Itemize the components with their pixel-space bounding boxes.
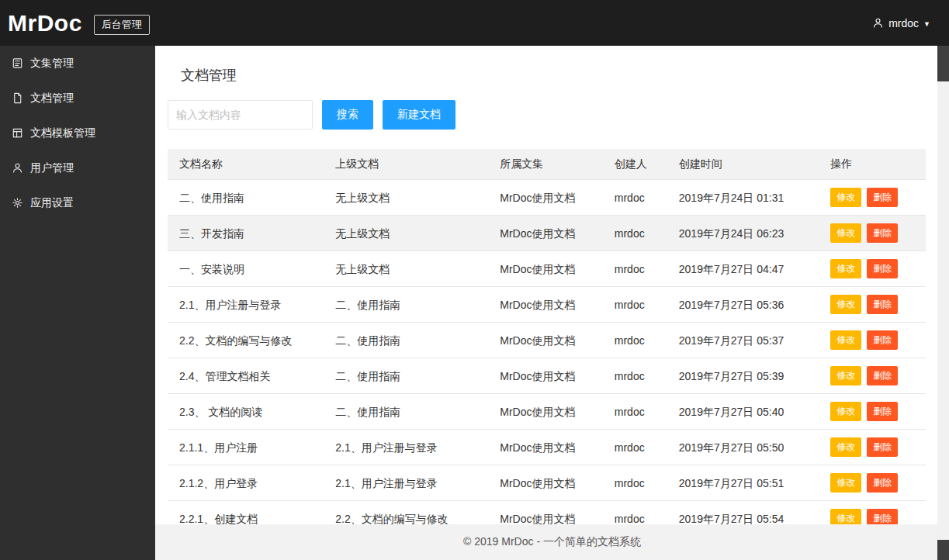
chevron-down-icon: ▼ bbox=[923, 20, 930, 28]
footer-text: © 2019 MrDoc - 一个简单的文档系统 bbox=[463, 535, 641, 549]
sidebar-item-label: 文档管理 bbox=[30, 92, 74, 105]
sidebar-item-users[interactable]: 用户管理 bbox=[0, 150, 155, 185]
cell-actions: 修改删除 bbox=[819, 394, 926, 430]
delete-button[interactable]: 删除 bbox=[867, 223, 898, 243]
edit-button[interactable]: 修改 bbox=[830, 509, 861, 524]
username: mrdoc bbox=[888, 17, 919, 29]
cell-creator: mrdoc bbox=[603, 251, 667, 287]
delete-button[interactable]: 删除 bbox=[867, 330, 898, 350]
edit-button[interactable]: 修改 bbox=[830, 473, 861, 493]
delete-button[interactable]: 删除 bbox=[867, 473, 898, 493]
edit-button[interactable]: 修改 bbox=[830, 223, 861, 243]
table-row: 2.1、用户注册与登录二、使用指南MrDoc使用文档mrdoc2019年7月27… bbox=[168, 287, 926, 323]
cell-creator: mrdoc bbox=[603, 358, 667, 394]
cell-created: 2019年7月27日 05:37 bbox=[667, 323, 819, 358]
cell-parent: 2.1、用户注册与登录 bbox=[324, 430, 488, 465]
delete-button[interactable]: 删除 bbox=[867, 366, 898, 385]
edit-button[interactable]: 修改 bbox=[830, 402, 861, 421]
cell-parent: 2.1、用户注册与登录 bbox=[324, 465, 488, 501]
cell-collection: MrDoc使用文档 bbox=[488, 180, 603, 216]
cell-name: 2.1.1、用户注册 bbox=[168, 430, 324, 465]
search-input[interactable] bbox=[168, 100, 313, 130]
cell-creator: mrdoc bbox=[603, 394, 667, 430]
cell-name: 一、安装说明 bbox=[168, 251, 324, 287]
page-title: 文档管理 bbox=[181, 66, 926, 85]
user-icon bbox=[12, 162, 23, 174]
sidebar-item-documents[interactable]: 文档管理 bbox=[0, 81, 155, 116]
sidebar-item-label: 用户管理 bbox=[30, 161, 74, 175]
cell-actions: 修改删除 bbox=[819, 430, 926, 465]
toolbar: 搜索 新建文档 bbox=[168, 100, 926, 130]
cell-created: 2019年7月27日 05:51 bbox=[667, 465, 819, 501]
delete-button[interactable]: 删除 bbox=[867, 295, 898, 314]
cell-creator: mrdoc bbox=[603, 465, 667, 501]
column-header: 所属文集 bbox=[488, 149, 603, 180]
edit-button[interactable]: 修改 bbox=[830, 295, 861, 314]
cell-created: 2019年7月27日 05:39 bbox=[667, 358, 819, 394]
table-row: 一、安装说明无上级文档MrDoc使用文档mrdoc2019年7月27日 04:4… bbox=[168, 251, 926, 287]
page-footer: © 2019 MrDoc - 一个简单的文档系统 bbox=[155, 524, 949, 560]
edit-button[interactable]: 修改 bbox=[830, 259, 861, 278]
table-row: 2.4、管理文档相关二、使用指南MrDoc使用文档mrdoc2019年7月27日… bbox=[168, 358, 926, 394]
edit-button[interactable]: 修改 bbox=[830, 366, 861, 385]
cell-actions: 修改删除 bbox=[819, 465, 926, 501]
cell-name: 2.2、文档的编写与修改 bbox=[168, 323, 324, 358]
sidebar-item-label: 文档模板管理 bbox=[30, 126, 95, 140]
cell-collection: MrDoc使用文档 bbox=[488, 323, 603, 358]
search-button[interactable]: 搜索 bbox=[322, 100, 373, 130]
cell-creator: mrdoc bbox=[603, 180, 667, 216]
cell-actions: 修改删除 bbox=[819, 216, 926, 251]
sidebar-item-app-settings[interactable]: 应用设置 bbox=[0, 185, 155, 220]
sidebar-item-doc-templates[interactable]: 文档模板管理 bbox=[0, 116, 155, 150]
cell-creator: mrdoc bbox=[603, 216, 667, 251]
cell-parent: 二、使用指南 bbox=[324, 358, 488, 394]
column-header: 上级文档 bbox=[324, 149, 488, 180]
column-header: 操作 bbox=[819, 149, 926, 180]
scrollbar[interactable] bbox=[937, 46, 949, 560]
edit-button[interactable]: 修改 bbox=[830, 330, 861, 350]
edit-button[interactable]: 修改 bbox=[830, 188, 861, 207]
app-root: MrDoc 后台管理 mrdoc ▼ 文集管理文档管理文档模板管理用户管理应用设… bbox=[0, 0, 949, 560]
user-menu[interactable]: mrdoc ▼ bbox=[872, 17, 930, 29]
cell-parent: 二、使用指南 bbox=[324, 287, 488, 323]
sidebar-item-label: 文集管理 bbox=[30, 57, 74, 71]
scrollbar-thumb[interactable] bbox=[937, 46, 949, 81]
delete-button[interactable]: 删除 bbox=[867, 402, 898, 421]
scrollbar-down-button[interactable] bbox=[937, 540, 949, 560]
table-row: 2.1.2、用户登录2.1、用户注册与登录MrDoc使用文档mrdoc2019年… bbox=[168, 465, 926, 501]
sidebar: 文集管理文档管理文档模板管理用户管理应用设置 bbox=[0, 46, 155, 560]
cell-name: 二、使用指南 bbox=[168, 180, 324, 216]
cell-name: 2.4、管理文档相关 bbox=[168, 358, 324, 394]
cell-creator: mrdoc bbox=[603, 501, 667, 525]
cell-parent: 二、使用指南 bbox=[324, 394, 488, 430]
cell-collection: MrDoc使用文档 bbox=[488, 465, 603, 501]
table-body: 二、使用指南无上级文档MrDoc使用文档mrdoc2019年7月24日 01:3… bbox=[168, 180, 926, 525]
table-row: 2.1.1、用户注册2.1、用户注册与登录MrDoc使用文档mrdoc2019年… bbox=[168, 430, 926, 465]
delete-button[interactable]: 删除 bbox=[867, 437, 898, 457]
delete-button[interactable]: 删除 bbox=[867, 509, 898, 524]
cell-collection: MrDoc使用文档 bbox=[488, 358, 603, 394]
table-header-row: 文档名称上级文档所属文集创建人创建时间操作 bbox=[168, 149, 926, 180]
cell-created: 2019年7月24日 01:31 bbox=[667, 180, 819, 216]
cell-creator: mrdoc bbox=[603, 323, 667, 358]
cell-creator: mrdoc bbox=[603, 287, 667, 323]
cell-created: 2019年7月27日 05:40 bbox=[667, 394, 819, 430]
cell-actions: 修改删除 bbox=[819, 251, 926, 287]
cell-created: 2019年7月27日 04:47 bbox=[667, 251, 819, 287]
edit-button[interactable]: 修改 bbox=[830, 437, 861, 457]
document-icon bbox=[12, 92, 23, 104]
cell-parent: 无上级文档 bbox=[324, 251, 488, 287]
delete-button[interactable]: 删除 bbox=[867, 259, 898, 278]
table-row: 2.2、文档的编写与修改二、使用指南MrDoc使用文档mrdoc2019年7月2… bbox=[168, 323, 926, 358]
delete-button[interactable]: 删除 bbox=[867, 188, 898, 207]
cell-collection: MrDoc使用文档 bbox=[488, 216, 603, 251]
book-icon bbox=[12, 57, 23, 69]
cell-created: 2019年7月27日 05:50 bbox=[667, 430, 819, 465]
cell-parent: 2.2、文档的编写与修改 bbox=[324, 501, 488, 525]
sidebar-item-collections[interactable]: 文集管理 bbox=[0, 46, 155, 81]
create-doc-button[interactable]: 新建文档 bbox=[383, 100, 455, 130]
cell-parent: 二、使用指南 bbox=[324, 323, 488, 358]
cell-actions: 修改删除 bbox=[819, 358, 926, 394]
app-logo[interactable]: MrDoc bbox=[8, 10, 82, 36]
cell-collection: MrDoc使用文档 bbox=[488, 251, 603, 287]
